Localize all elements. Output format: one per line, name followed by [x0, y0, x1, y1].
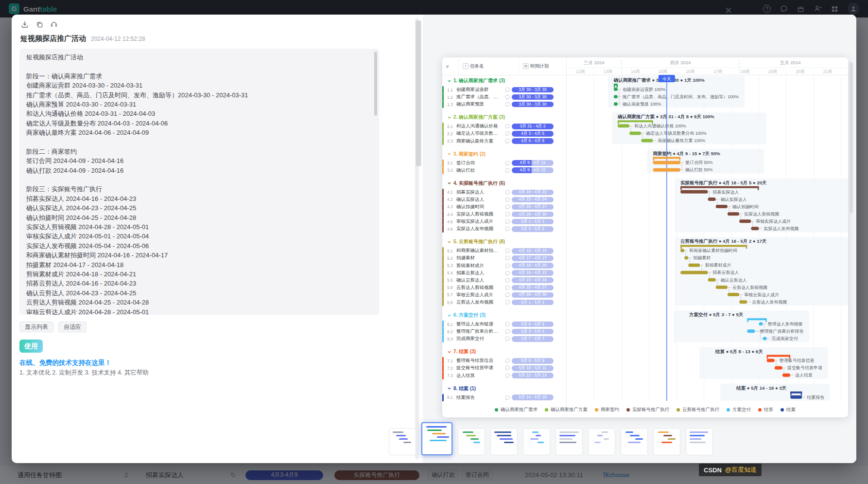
preview-thumbnail-7[interactable] [588, 428, 615, 455]
task-row[interactable]: 2.2确定达人等级及数量分布4月 3 - 4月 5 [442, 130, 566, 137]
task-row[interactable]: 3.1签订合同4月 9 - 4月 15 [442, 160, 566, 167]
comment-icon[interactable] [503, 263, 512, 269]
task-row[interactable]: 3.2确认打款4月 9 - 4月 15 [442, 167, 566, 174]
task-row[interactable]: 5.4招募云剪达人4月 16 - 4月 22 [442, 269, 566, 277]
comment-icon[interactable] [503, 285, 512, 290]
group-header-row[interactable]: 6. 方案交付 (3) [442, 310, 566, 321]
comment-icon[interactable] [503, 190, 512, 195]
preview-thumbnail-5[interactable] [523, 428, 550, 455]
task-row[interactable]: 5.3剪辑素材成片4月 18 - 4月 20 [442, 262, 566, 269]
task-row[interactable]: 5.6云剪达人剪辑视频4月 25 - 4月 27 [442, 284, 566, 291]
preview-thumbnail-10[interactable] [686, 428, 713, 455]
preview-thumbnail-4[interactable] [490, 428, 518, 455]
comment-icon[interactable] [503, 168, 512, 173]
pane-scrollbar[interactable] [415, 18, 419, 459]
comment-icon[interactable] [503, 292, 512, 298]
task-row[interactable]: 2.1和达人沟通确认价格3月 31 - 4月 2 [442, 123, 566, 130]
comment-icon[interactable] [503, 87, 512, 92]
download-icon[interactable] [20, 20, 29, 29]
comment-icon[interactable] [503, 197, 512, 202]
task-row[interactable]: 5.5确认云剪达人4月 23 - 4月 24 [442, 277, 566, 284]
chevron-down-icon [447, 79, 451, 83]
task-row[interactable]: 4.1招募实探达人4月 16 - 4月 22 [442, 189, 566, 196]
task-row[interactable]: 4.5审核实探达人成片5月 1 - 5月 3 [442, 218, 566, 225]
preview-thumbnail-6[interactable] [556, 428, 583, 455]
task-row[interactable]: 5.7审核云剪达人成片4月 28 - 4月 30 [442, 291, 566, 299]
comment-icon[interactable] [503, 365, 512, 371]
task-row[interactable]: 8.1结案报告5月 14 - 5月 16 [442, 394, 566, 401]
comment-icon[interactable] [503, 124, 512, 129]
task-row[interactable]: 1.1创建商家运营群3月 30 - 3月 30 [442, 86, 566, 93]
date-range-pill: 4月 16 - 4月 22 [512, 190, 554, 196]
task-row[interactable]: 1.2推广需求（品类、商品、门店及时间、发布、激励等）3月 30 - 3月 30 [442, 93, 566, 101]
group-header-row[interactable]: 3. 商家签约 (2) [442, 149, 566, 160]
copy-icon[interactable] [35, 20, 44, 29]
task-row[interactable]: 5.2拍摄素材4月 17 - 4月 17 [442, 254, 566, 262]
group-header-row[interactable]: 8. 结案 (1) [442, 383, 566, 394]
comment-icon[interactable] [503, 395, 512, 400]
support-link[interactable]: 在线、免费的技术支持在这里！ [19, 359, 111, 367]
task-row[interactable]: 4.4实探达人剪辑视频4月 28 - 4月 30 [442, 211, 566, 218]
group-header-row[interactable]: 7. 结算 (3) [442, 346, 566, 357]
task-bar [653, 168, 680, 172]
group-header-row[interactable]: 4. 实探账号推广执行 (6) [442, 178, 566, 189]
group-header-row[interactable]: 5. 云剪账号推广执行 (8) [442, 236, 566, 247]
comment-icon[interactable] [503, 161, 512, 166]
preview-scrollbar[interactable] [850, 62, 853, 213]
gantt-preview-card[interactable]: # T任务名 ▤时间计划 1. 确认商家推广需求 (3)1.1创建商家运营群3月… [442, 57, 848, 417]
comment-icon[interactable] [503, 204, 512, 210]
comment-icon[interactable] [503, 373, 512, 378]
task-row[interactable]: 7.3达人结算5月 12 - 5月 13 [442, 372, 566, 379]
task-row[interactable]: 6.2整理推广效果分析报告5月 3 - 5月 4 [442, 328, 566, 335]
show-list-button[interactable]: 显示列表 [19, 322, 53, 332]
comment-icon[interactable] [503, 329, 512, 334]
preview-thumbnail-9[interactable] [653, 428, 680, 455]
comment-icon[interactable] [503, 131, 512, 136]
comment-icon[interactable] [503, 219, 512, 224]
comment-icon[interactable] [503, 270, 512, 276]
comment-icon[interactable] [503, 212, 512, 217]
comment-icon[interactable] [503, 278, 512, 283]
task-bar [728, 293, 739, 296]
preview-thumbnail-1[interactable] [389, 428, 416, 455]
comment-icon[interactable] [503, 102, 512, 107]
week-label: 15周 [659, 69, 667, 74]
comment-icon[interactable] [503, 336, 512, 341]
comment-icon[interactable] [503, 139, 512, 144]
task-row[interactable]: 6.3完成商家交付5月 7 - 5月 7 [442, 335, 566, 342]
comment-icon[interactable] [503, 226, 512, 232]
task-row[interactable]: 4.2确认实探达人4月 23 - 4月 24 [442, 196, 566, 203]
task-bar-label: 推广需求（品类、商品、门店及时间、发布、激励等）100% [622, 94, 739, 99]
task-name: 创建商家运营群 [456, 87, 503, 93]
week-label: 19周 [768, 69, 777, 74]
comment-icon[interactable] [503, 255, 512, 261]
comment-icon[interactable] [503, 248, 512, 253]
task-row[interactable]: 5.8云剪达人发布视频5月 1 - 5月 2 [442, 299, 566, 306]
date-range-pill: 4月 16 - 4月 16 [512, 248, 554, 254]
use-button[interactable]: 使用 [19, 340, 43, 353]
doc-scrollbar[interactable] [374, 52, 377, 116]
comment-icon[interactable] [503, 322, 512, 327]
task-row[interactable]: 6.1整理达人发布链接5月 6 - 5月 6 [442, 321, 566, 328]
group-header-row[interactable]: 2. 确认商家推广方案 (3) [442, 112, 566, 123]
task-row[interactable]: 5.1和商家确认素材拍摄时间4月 16 - 4月 16 [442, 247, 566, 254]
task-row[interactable]: 7.1整理账号结算信息5月 8 - 5月 9 [442, 357, 566, 364]
auto-fit-button[interactable]: 自适应 [58, 322, 87, 332]
preview-thumbnail-8[interactable] [621, 428, 648, 455]
close-icon[interactable]: ✕ [721, 3, 736, 18]
comment-icon[interactable] [503, 94, 512, 100]
task-row[interactable]: 4.3确认拍摄时间4月 25 - 4月 27 [442, 203, 566, 211]
comment-icon[interactable] [503, 300, 512, 305]
comment-icon[interactable] [503, 358, 512, 363]
preview-thumbnail-3[interactable] [458, 428, 485, 455]
legend-dot [626, 408, 630, 412]
group-header-row[interactable]: 1. 确认商家推广需求 (3) [442, 75, 566, 86]
task-row[interactable]: 7.2提交账号结算申请5月 10 - 5月 11 [442, 364, 566, 372]
task-row[interactable]: 4.6实探达人发布视频5月 4 - 5月 5 [442, 225, 566, 233]
task-row[interactable]: 2.3商家确认最终方案4月 6 - 4月 8 [442, 137, 566, 144]
preview-thumbnail-2[interactable] [421, 422, 452, 455]
task-row[interactable]: 1.3确认商家预算3月 30 - 3月 30 [442, 101, 566, 108]
headset-icon[interactable] [50, 20, 58, 29]
task-bar [739, 219, 751, 223]
legend-label: 确认商家推广需求 [501, 407, 538, 413]
